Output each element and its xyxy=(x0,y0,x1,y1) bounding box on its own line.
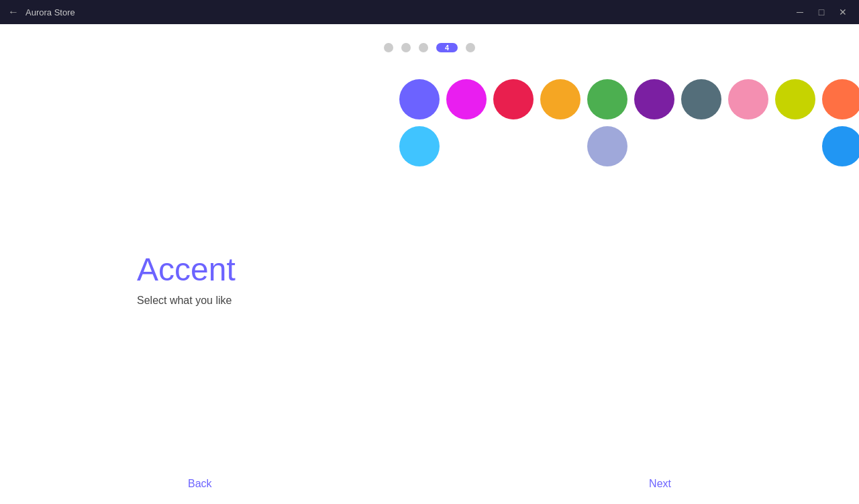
step-dot-4[interactable]: 4 xyxy=(436,43,458,52)
color-row-2 xyxy=(399,126,859,166)
color-empty-6 xyxy=(634,126,674,166)
back-button[interactable]: Back xyxy=(188,478,212,490)
step-dot-1[interactable] xyxy=(384,43,393,52)
color-orange[interactable] xyxy=(540,79,580,119)
color-purple-blue[interactable] xyxy=(399,79,440,119)
color-lime[interactable] xyxy=(775,79,815,119)
accent-subtitle: Select what you like xyxy=(137,295,236,307)
color-empty-3 xyxy=(493,126,534,166)
color-row-1 xyxy=(399,79,859,119)
color-grid xyxy=(399,79,859,166)
accent-title: Accent xyxy=(137,252,236,288)
color-coral[interactable] xyxy=(822,79,859,119)
step-dot-2[interactable] xyxy=(401,43,411,52)
titlebar-left: ← Aurora Store xyxy=(8,6,75,18)
color-pink[interactable] xyxy=(728,79,768,119)
next-button[interactable]: Next xyxy=(649,478,671,490)
color-empty-7 xyxy=(681,126,721,166)
step-dot-3[interactable] xyxy=(419,43,428,52)
minimize-button[interactable]: ─ xyxy=(792,4,808,20)
step-dot-5[interactable] xyxy=(466,43,475,52)
bottom-nav: Back Next xyxy=(0,464,859,504)
color-empty-4 xyxy=(540,126,580,166)
color-empty-8 xyxy=(728,126,768,166)
main-content: 4 Accent xyxy=(0,24,859,464)
color-crimson[interactable] xyxy=(493,79,534,119)
text-section: Accent Select what you like xyxy=(137,252,236,307)
maximize-button[interactable]: □ xyxy=(813,4,829,20)
color-magenta[interactable] xyxy=(446,79,487,119)
color-periwinkle[interactable] xyxy=(587,126,627,166)
color-green[interactable] xyxy=(587,79,627,119)
step-indicators: 4 xyxy=(384,43,475,52)
color-empty-2 xyxy=(446,126,487,166)
titlebar: ← Aurora Store ─ □ ✕ xyxy=(0,0,859,24)
color-empty-9 xyxy=(775,126,815,166)
window-controls: ─ □ ✕ xyxy=(792,4,851,20)
color-deep-purple[interactable] xyxy=(634,79,674,119)
close-button[interactable]: ✕ xyxy=(835,4,851,20)
color-sky-blue[interactable] xyxy=(399,126,440,166)
color-bright-blue[interactable] xyxy=(822,126,859,166)
app-title: Aurora Store xyxy=(26,7,75,17)
color-dark-gray[interactable] xyxy=(681,79,721,119)
back-icon[interactable]: ← xyxy=(8,6,19,18)
